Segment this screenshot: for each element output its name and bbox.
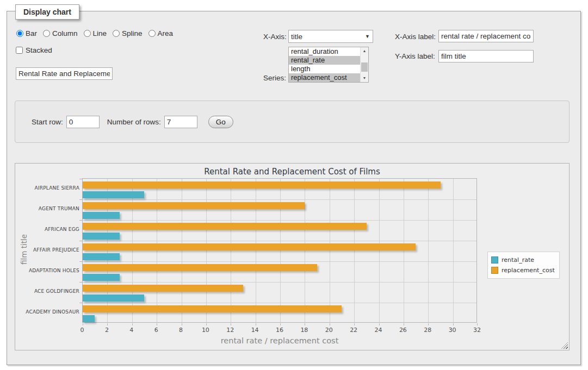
x-tick-label: 30 [444, 327, 461, 334]
x-tick-label: 28 [419, 327, 436, 334]
series-scrollbar[interactable]: ▲ ▼ [360, 47, 368, 82]
category-label: ACE GOLDFINGER [15, 289, 79, 294]
chart-type-option-column[interactable]: Column [43, 29, 78, 37]
bar-rental_rate [83, 315, 95, 322]
gridline-horizontal [83, 261, 476, 262]
bar-replacement_cost [83, 202, 305, 209]
series-listbox[interactable]: rental_durationrental_ratelengthreplacem… [288, 47, 369, 83]
scroll-up-icon[interactable]: ▲ [361, 47, 368, 55]
chart-type-radio-area[interactable] [148, 30, 156, 37]
number-of-rows-input[interactable] [164, 116, 197, 128]
bar-rental_rate [83, 212, 120, 219]
gridline-vertical [404, 179, 404, 322]
scroll-down-icon[interactable]: ▼ [361, 74, 368, 82]
chart-type-option-line[interactable]: Line [84, 29, 107, 37]
series-option-length[interactable]: length [289, 65, 368, 73]
stacked-checkbox-row[interactable]: Stacked [16, 46, 52, 54]
chart-type-option-area[interactable]: Area [148, 29, 174, 37]
x-tick-mark [132, 323, 133, 325]
y-axis-title: film title [20, 222, 28, 277]
gridline-horizontal [83, 199, 476, 200]
fieldset-legend: Display chart [15, 4, 79, 20]
gridline-vertical [428, 179, 429, 322]
gridline-vertical [330, 179, 330, 322]
gridline-vertical [256, 179, 256, 322]
series-options: rental_durationrental_ratelengthreplacem… [289, 47, 368, 82]
chart-type-radio-line[interactable] [84, 30, 91, 37]
y-tick-mark [79, 220, 82, 221]
resize-handle-icon[interactable] [561, 342, 568, 349]
x-tick-mark [157, 323, 157, 325]
x-tick-label: 12 [222, 327, 238, 334]
bar-replacement_cost [83, 243, 416, 250]
chart-type-option-bar[interactable]: Bar [16, 29, 37, 37]
gridline-vertical [206, 179, 207, 322]
chart-type-label: Column [52, 29, 78, 37]
x-tick-mark [256, 323, 256, 325]
chart-type-radio-column[interactable] [43, 30, 50, 37]
x-tick-label: 0 [74, 327, 90, 334]
x-axis-select[interactable]: title [288, 30, 373, 43]
chart-container: Rental Rate and Replacement Cost of Film… [15, 163, 570, 350]
x-axis-label-input[interactable] [438, 30, 534, 42]
category-label: ACADEMY DINOSAUR [15, 309, 79, 315]
y-tick-mark [79, 261, 82, 262]
x-tick-mark [354, 323, 355, 325]
bar-rental_rate [83, 191, 144, 198]
x-tick-mark [428, 323, 429, 325]
x-tick-label: 14 [247, 327, 263, 334]
legend-swatch-replacement_cost [491, 267, 498, 274]
series-option-rental_duration[interactable]: rental_duration [289, 47, 368, 56]
bar-replacement_cost [83, 285, 243, 292]
series-option-replacement_cost[interactable]: replacement_cost [289, 73, 368, 82]
x-tick-mark [231, 323, 231, 325]
chart-legend: rental_ratereplacement_cost [487, 252, 560, 279]
x-tick-mark [83, 323, 83, 325]
x-tick-label: 10 [197, 327, 214, 334]
x-tick-label: 16 [271, 327, 288, 334]
x-tick-mark [107, 323, 108, 325]
series-option-rental_rate[interactable]: rental_rate [289, 56, 368, 65]
gridline-vertical [305, 179, 305, 322]
start-row-label: Start row: [32, 118, 63, 126]
gridline-vertical [157, 179, 157, 322]
y-tick-mark [79, 199, 82, 200]
bar-rental_rate [83, 233, 120, 240]
x-tick-label: 26 [395, 327, 411, 334]
chart-type-label: Area [158, 29, 174, 37]
gridline-vertical [280, 179, 281, 322]
y-tick-mark [79, 303, 82, 303]
bar-replacement_cost [83, 305, 342, 312]
x-tick-label: 18 [296, 327, 312, 334]
start-row-input[interactable] [66, 116, 100, 128]
chart-type-option-spline[interactable]: Spline [113, 29, 143, 37]
stacked-checkbox[interactable] [16, 47, 23, 54]
go-button[interactable]: Go [208, 116, 233, 128]
chart-type-label: Line [93, 29, 107, 37]
gridline-vertical [379, 179, 380, 322]
x-tick-mark [182, 323, 182, 325]
chart-type-radio-bar[interactable] [16, 30, 23, 37]
chart-type-radio-spline[interactable] [113, 30, 120, 37]
x-tick-mark [280, 323, 281, 325]
x-tick-label: 20 [321, 327, 337, 334]
legend-label: rental_rate [502, 256, 534, 264]
y-axis-label-input[interactable] [438, 50, 534, 62]
x-tick-mark [305, 323, 305, 325]
scrollbar-thumb[interactable] [361, 62, 368, 71]
bar-rental_rate [83, 294, 144, 302]
x-axis-title: rental rate / replacement cost [82, 336, 477, 345]
x-tick-label: 32 [469, 327, 485, 334]
scrollbar-track[interactable] [361, 55, 368, 74]
x-tick-label: 2 [98, 327, 115, 334]
x-tick-mark [404, 323, 404, 325]
x-axis-select-wrap: title ▼ [288, 30, 373, 43]
x-tick-mark [379, 323, 380, 325]
bar-replacement_cost [83, 181, 441, 189]
rows-form-section: Start row: Number of rows: Go [15, 101, 570, 143]
x-tick-mark [330, 323, 330, 325]
y-tick-mark [79, 241, 82, 241]
x-tick-label: 8 [173, 327, 189, 334]
chart-type-label: Bar [26, 29, 37, 37]
chart-title-input[interactable] [16, 67, 113, 80]
